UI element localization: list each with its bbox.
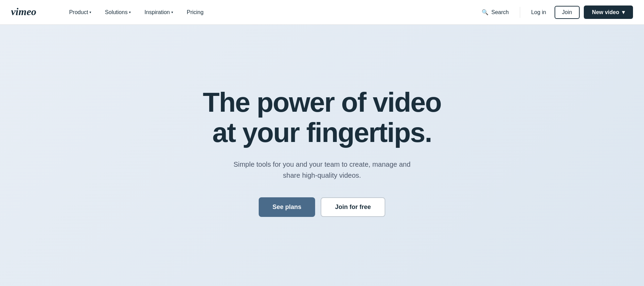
chevron-down-icon: ▾	[622, 9, 625, 15]
join-free-button[interactable]: Join for free	[321, 197, 385, 217]
see-plans-label: See plans	[272, 204, 301, 210]
chevron-down-icon: ▾	[129, 10, 131, 14]
nav-product[interactable]: Product ▾	[64, 7, 97, 18]
search-button[interactable]: 🔍 Search	[475, 6, 516, 18]
new-video-button[interactable]: New video ▾	[584, 6, 633, 19]
join-button[interactable]: Join	[555, 6, 580, 19]
see-plans-button[interactable]: See plans	[259, 197, 315, 217]
chevron-down-icon: ▾	[89, 10, 91, 14]
nav-pricing-label: Pricing	[187, 9, 204, 15]
nav-pricing[interactable]: Pricing	[181, 7, 209, 18]
join-label: Join	[562, 9, 572, 15]
login-label: Log in	[531, 9, 546, 15]
search-label: Search	[491, 9, 509, 15]
navbar: vimeo Product ▾ Solutions ▾ Inspiration …	[0, 0, 644, 25]
nav-divider	[520, 7, 520, 18]
hero-subtitle: Simple tools for you and your team to cr…	[233, 159, 411, 181]
new-video-label: New video	[592, 9, 619, 15]
nav-links: Product ▾ Solutions ▾ Inspiration ▾ Pric…	[64, 7, 475, 18]
nav-inspiration-label: Inspiration	[144, 9, 170, 15]
logo[interactable]: vimeo	[11, 6, 50, 19]
svg-text:vimeo: vimeo	[11, 6, 36, 17]
nav-product-label: Product	[69, 9, 88, 15]
hero-actions: See plans Join for free	[259, 197, 385, 217]
join-free-label: Join for free	[335, 204, 371, 210]
hero-title: The power of video at your fingertips.	[202, 87, 442, 148]
nav-solutions[interactable]: Solutions ▾	[99, 7, 136, 18]
hero-section: The power of video at your fingertips. S…	[0, 25, 644, 286]
chevron-down-icon: ▾	[171, 10, 173, 14]
nav-solutions-label: Solutions	[105, 9, 128, 15]
login-button[interactable]: Log in	[524, 7, 553, 18]
search-icon: 🔍	[482, 9, 489, 15]
nav-inspiration[interactable]: Inspiration ▾	[139, 7, 179, 18]
nav-actions: 🔍 Search Log in Join New video ▾	[475, 6, 633, 19]
